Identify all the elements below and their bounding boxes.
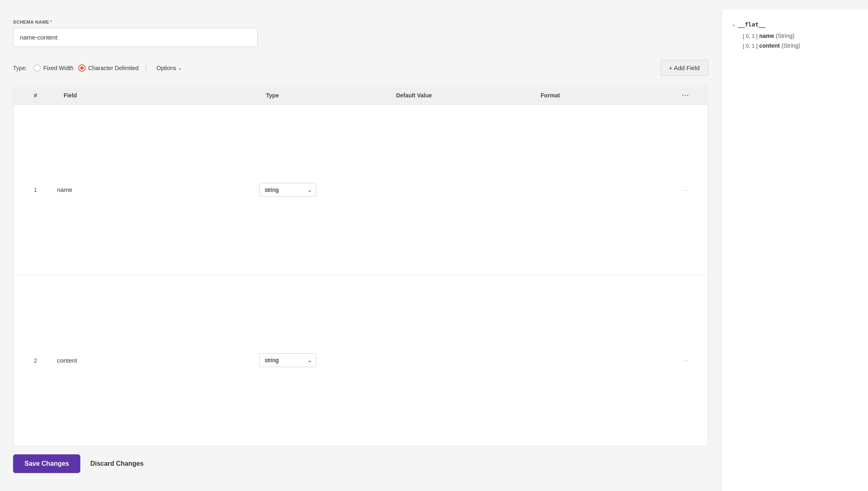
col-header-field: Field bbox=[57, 86, 259, 105]
tree-children: [ 0, 1 ] name (String)[ 0, 1 ] content (… bbox=[731, 31, 858, 51]
discard-changes-button[interactable]: Discard Changes bbox=[90, 454, 144, 473]
schema-name-label: SCHEMA NAME* bbox=[13, 20, 708, 24]
fields-table-container: # Field Type Default Value Format ··· 1n… bbox=[13, 86, 708, 446]
fixed-width-radio[interactable] bbox=[33, 64, 41, 72]
bottom-bar: Save Changes Discard Changes bbox=[13, 446, 708, 481]
tree-field-name-range: [ 0, 1 ] bbox=[743, 33, 758, 39]
type-row: Type: Fixed Width Character Delimited | … bbox=[13, 60, 708, 76]
tree-field-name-type: (String) bbox=[776, 33, 795, 39]
row-1-num: 1 bbox=[14, 105, 57, 275]
tree-field-name: [ 0, 1 ] name (String) bbox=[743, 31, 858, 41]
col-header-actions: ··· bbox=[664, 86, 707, 105]
col-header-format: Format bbox=[534, 86, 664, 105]
fixed-width-label: Fixed Width bbox=[43, 65, 73, 71]
row-2-format bbox=[534, 275, 664, 446]
fixed-width-option[interactable]: Fixed Width bbox=[33, 64, 73, 72]
row-1-default bbox=[389, 105, 534, 275]
row-1-field: name bbox=[57, 105, 259, 275]
row-2-default bbox=[389, 275, 534, 446]
type-label: Type: bbox=[13, 65, 27, 71]
schema-name-input[interactable] bbox=[13, 28, 258, 47]
add-field-button[interactable]: + Add Field bbox=[660, 60, 708, 76]
row-2-actions[interactable]: ··· bbox=[664, 275, 707, 446]
row-1-type: stringintegerfloatbooleandatedatetime bbox=[259, 105, 389, 275]
col-header-default: Default Value bbox=[389, 86, 534, 105]
tree-field-content-type: (String) bbox=[782, 42, 800, 49]
fields-table: # Field Type Default Value Format ··· 1n… bbox=[13, 86, 708, 446]
row-2-num: 2 bbox=[14, 275, 57, 446]
char-delimited-option[interactable]: Character Delimited bbox=[78, 64, 139, 72]
schema-name-section: SCHEMA NAME* bbox=[13, 20, 708, 47]
required-indicator: * bbox=[50, 20, 52, 24]
tree-field-name-name: name bbox=[759, 33, 774, 39]
tree-field-content-range: [ 0, 1 ] bbox=[743, 43, 758, 49]
options-button[interactable]: Options ⌄ bbox=[153, 63, 185, 73]
char-delimited-radio[interactable] bbox=[78, 64, 86, 72]
tree-field-content: [ 0, 1 ] content (String) bbox=[743, 41, 858, 51]
save-changes-button[interactable]: Save Changes bbox=[13, 454, 80, 473]
col-header-type: Type bbox=[259, 86, 389, 105]
schema-tree-panel: ⌄ __flat__ [ 0, 1 ] name (String)[ 0, 1 … bbox=[721, 10, 868, 491]
tree-field-content-name: content bbox=[759, 42, 780, 49]
table-row: 2contentstringintegerfloatbooleandatedat… bbox=[14, 275, 708, 446]
table-row: 1namestringintegerfloatbooleandatedateti… bbox=[14, 105, 708, 275]
chevron-down-icon: ⌄ bbox=[178, 65, 182, 71]
tree-expand-icon[interactable]: ⌄ bbox=[731, 22, 735, 27]
row-1-type-select[interactable]: stringintegerfloatbooleandatedatetime bbox=[259, 183, 316, 197]
row-2-type-select[interactable]: stringintegerfloatbooleandatedatetime bbox=[259, 353, 316, 367]
row-1-format bbox=[534, 105, 664, 275]
char-delimited-label: Character Delimited bbox=[88, 65, 139, 71]
row-2-field: content bbox=[57, 275, 259, 446]
row-1-actions[interactable]: ··· bbox=[664, 105, 707, 275]
tree-root-label: __flat__ bbox=[738, 21, 765, 28]
tree-root-item: ⌄ __flat__ bbox=[731, 20, 858, 29]
table-header-row: # Field Type Default Value Format ··· bbox=[14, 86, 708, 105]
row-2-type: stringintegerfloatbooleandatedatetime bbox=[259, 275, 389, 446]
col-header-num: # bbox=[14, 86, 57, 105]
divider: | bbox=[145, 64, 147, 72]
